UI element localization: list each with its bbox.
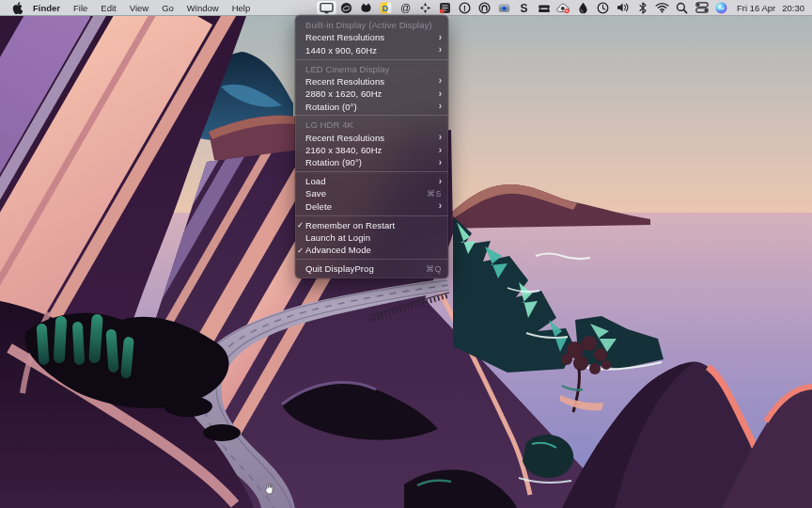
menu-item-label: Quit DisplayProg [305, 263, 426, 274]
compass-arrows-icon[interactable] [415, 1, 435, 15]
menu-item-label: Built-in Display (Active Display) [305, 20, 442, 30]
animal-head-icon[interactable] [356, 1, 376, 15]
submenu-arrow-icon: › [439, 76, 442, 86]
checkmark-icon: ✓ [295, 246, 305, 255]
menu-window[interactable]: Window [180, 0, 226, 15]
menu-item-label: 1440 x 900, 60Hz [305, 45, 439, 56]
menu-item-label: Recent Resolutions [305, 133, 439, 143]
svg-text:S: S [521, 2, 528, 14]
submenu-arrow-icon: › [439, 33, 442, 42]
menu-header-built-in-display-active-display: Built-in Display (Active Display) [295, 19, 448, 31]
menu-item-load[interactable]: Load› [295, 175, 448, 187]
menu-separator [295, 215, 448, 216]
desktop: FinderFileEditViewGoWindowHelp D@!S Fri … [0, 0, 812, 508]
menu-item-delete[interactable]: Delete› [295, 200, 448, 213]
menu-separator [295, 59, 448, 60]
menu-item-label: Advanced Mode [305, 245, 442, 255]
submenu-arrow-icon: › [439, 201, 442, 211]
menu-item-launch-at-login[interactable]: Launch at Login [295, 231, 448, 244]
menu-bar: FinderFileEditViewGoWindowHelp D@!S Fri … [0, 0, 812, 15]
menu-view[interactable]: View [123, 0, 155, 15]
menu-item-shortcut: ⌘S [427, 189, 442, 198]
menu-bar-left: FinderFileEditViewGoWindowHelp [8, 0, 257, 15]
droplet-icon[interactable] [573, 1, 593, 15]
menu-separator [295, 259, 448, 260]
bluetooth-icon[interactable] [632, 1, 652, 15]
submenu-arrow-icon: › [439, 158, 442, 167]
menu-item-label: Save [305, 188, 427, 198]
menu-item-label: Rotation (0°) [305, 102, 439, 112]
cursor-hand-icon [264, 482, 275, 499]
menu-item-remember-on-restart[interactable]: ✓Remember on Restart [295, 219, 448, 231]
letter-s-icon[interactable]: S [514, 1, 534, 15]
menu-edit[interactable]: Edit [94, 0, 122, 15]
d-badge-icon[interactable]: D [376, 1, 396, 15]
menu-bar-clock[interactable]: Fri 16 Apr 20:30 [737, 3, 804, 13]
menu-file[interactable]: File [67, 0, 94, 15]
svg-text:!: ! [463, 3, 466, 12]
menu-item-label: 2880 x 1620, 60Hz [305, 88, 439, 99]
displayprog-menu: Built-in Display (Active Display)Recent … [295, 15, 448, 278]
submenu-arrow-icon: › [439, 45, 442, 55]
menu-separator [295, 171, 448, 172]
app-menus: FinderFileEditViewGoWindowHelp [26, 0, 257, 15]
menu-item-label: Delete [305, 201, 439, 212]
svg-text:D: D [383, 3, 389, 12]
menu-item-recent-resolutions[interactable]: Recent Resolutions› [295, 75, 448, 87]
menu-item-label: Rotation (90°) [305, 157, 439, 167]
menu-item-label: Recent Resolutions [305, 32, 439, 42]
arch-circle-icon[interactable] [475, 1, 494, 15]
menu-separator [295, 115, 448, 116]
checkmark-icon: ✓ [295, 220, 305, 230]
menu-item-advanced-mode[interactable]: ✓Advanced Mode [295, 244, 448, 256]
apple-menu[interactable] [8, 0, 26, 15]
menu-item-shortcut: ⌘Q [426, 264, 442, 274]
menu-bar-right: D@!S Fri 16 Apr 20:30 [317, 0, 804, 15]
menu-item-recent-resolutions[interactable]: Recent Resolutions› [295, 31, 448, 43]
display-menubar-icon[interactable] [317, 1, 336, 15]
siri-icon[interactable] [711, 1, 731, 15]
wifi-icon[interactable] [652, 1, 672, 15]
menu-item-1440-x-900-60hz[interactable]: 1440 x 900, 60Hz› [295, 44, 448, 56]
menu-header-lg-hdr-4k: LG HDR 4K [295, 119, 448, 131]
submenu-arrow-icon: › [439, 133, 442, 142]
swirl-circle-icon[interactable] [336, 1, 356, 15]
submenu-arrow-icon: › [439, 146, 442, 155]
menu-item-label: Launch at Login [305, 232, 442, 243]
menu-header-led-cinema-display: LED Cinema Display [295, 62, 448, 74]
menu-go[interactable]: Go [155, 0, 180, 15]
menu-item-label: Remember on Restart [305, 220, 442, 230]
submenu-arrow-icon: › [439, 102, 442, 111]
menu-item-label: LED Cinema Display [305, 64, 442, 74]
menu-bar-time: 20:30 [782, 3, 804, 13]
menu-item-rotation-90[interactable]: Rotation (90°)› [295, 156, 448, 168]
svg-text:@: @ [400, 2, 411, 13]
clock-icon[interactable] [593, 1, 613, 15]
submenu-arrow-icon: › [439, 177, 442, 186]
menu-finder[interactable]: Finder [26, 0, 67, 15]
menu-item-recent-resolutions[interactable]: Recent Resolutions› [295, 132, 448, 144]
menu-item-2160-x-3840-60hz[interactable]: 2160 x 3840, 60Hz› [295, 144, 448, 156]
menu-item-2880-x-1620-60hz[interactable]: 2880 x 1620, 60Hz› [295, 87, 448, 100]
status-icons: D@!S [317, 0, 731, 15]
bench-icon[interactable] [534, 1, 554, 15]
at-circle-icon[interactable]: @ [396, 1, 415, 15]
menu-item-quit-displayprog[interactable]: Quit DisplayProg⌘Q [295, 262, 448, 275]
control-center-icon[interactable] [692, 1, 711, 15]
menu-help[interactable]: Help [226, 0, 258, 15]
submenu-arrow-icon: › [439, 89, 442, 99]
menu-item-label: 2160 x 3840, 60Hz [305, 145, 439, 155]
volume-icon[interactable] [613, 1, 632, 15]
cloud-offline-icon[interactable] [554, 1, 573, 15]
menu-item-label: Recent Resolutions [305, 76, 439, 87]
journal-badge-icon[interactable] [435, 1, 455, 15]
menu-item-save[interactable]: Save⌘S [295, 187, 448, 199]
menu-item-rotation-0[interactable]: Rotation (0°)› [295, 100, 448, 112]
menu-bar-date: Fri 16 Apr [737, 3, 775, 13]
camera-app-icon[interactable] [494, 1, 514, 15]
menu-item-label: LG HDR 4K [305, 119, 442, 130]
search-icon[interactable] [672, 1, 692, 15]
menu-item-label: Load [305, 176, 439, 186]
exclamation-circle-icon[interactable]: ! [455, 1, 475, 15]
